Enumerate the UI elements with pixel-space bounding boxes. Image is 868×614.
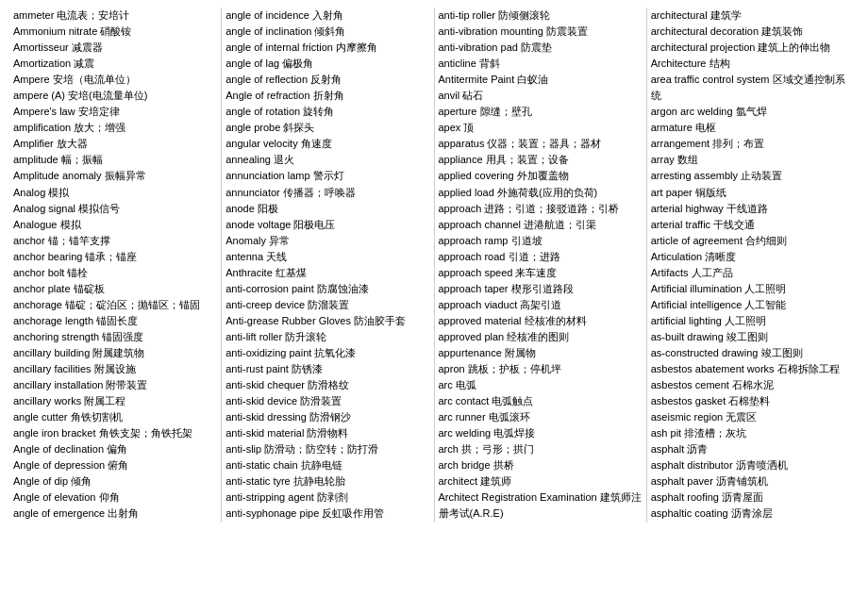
list-item: Angle of depression 俯角 <box>13 457 217 473</box>
term-chinese: 石棉拆除工程 <box>775 363 840 374</box>
list-item: ammeter 电流表；安培计 <box>13 8 217 24</box>
list-item: annunciation lamp 警示灯 <box>225 168 429 184</box>
term-chinese: 石棉垫料 <box>726 395 770 407</box>
term-english: Artificial illumination <box>651 283 743 294</box>
term-english: anti-skid dressing <box>225 411 307 423</box>
term-english: appurtenance <box>439 347 502 358</box>
term-english: Anomaly <box>225 235 266 246</box>
list-item: apex 顶 <box>439 120 643 136</box>
term-chinese: 进路；引道；接驳道路；引桥 <box>481 203 619 214</box>
term-chinese: 振幅异常 <box>102 170 146 181</box>
term-chinese: 人工照明 <box>722 315 766 326</box>
term-chinese: 背斜 <box>476 58 500 69</box>
term-chinese: 楔形引道路段 <box>509 283 574 294</box>
term-english: Analog signal <box>13 203 75 214</box>
list-item: Amplitude anomaly 振幅异常 <box>13 168 217 184</box>
term-english: art paper <box>651 187 693 198</box>
term-chinese: 旋转角 <box>300 106 334 117</box>
term-english: approach road <box>439 251 506 262</box>
list-item: Architecture 结构 <box>651 56 855 72</box>
term-english: Artifacts <box>651 267 689 278</box>
list-item: anti-creep device 防溜装置 <box>225 297 429 313</box>
list-item: Ampere 安培（电流单位） <box>13 72 217 88</box>
list-item: ancillary installation 附带装置 <box>13 377 217 393</box>
list-item: approved material 经核准的材料 <box>439 313 643 329</box>
term-chinese: 建筑师 <box>477 475 511 487</box>
term-english: asbestos abatement works <box>651 363 775 374</box>
list-item: arterial traffic 干线交通 <box>651 217 855 233</box>
term-chinese: 异常 <box>266 235 290 246</box>
term-chinese: 附属工程 <box>81 395 125 407</box>
list-item: array 数组 <box>651 152 855 168</box>
list-item: applied load 外施荷载(应用的负荷) <box>439 185 643 201</box>
term-english: Angle of depression <box>13 459 105 471</box>
term-chinese: 经核准的图则 <box>504 331 569 342</box>
list-item: Angle of declination 偏角 <box>13 441 217 457</box>
term-chinese: 外加覆盖物 <box>514 170 569 181</box>
list-item: anti-vibration mounting 防震装置 <box>439 24 643 40</box>
term-chinese: 模拟 <box>45 187 69 198</box>
term-chinese: 仰角 <box>95 491 119 503</box>
list-item: Artificial illumination 人工照明 <box>651 281 855 297</box>
term-english: arrangement <box>651 138 709 149</box>
list-item: anchor plate 锚碇板 <box>13 281 217 297</box>
list-item: area traffic control system 区域交通控制系统 <box>651 72 855 104</box>
term-chinese: 反射角 <box>308 74 342 85</box>
list-item: anti-skid device 防滑装置 <box>225 393 429 409</box>
term-chinese: 出射角 <box>105 507 139 519</box>
term-english: angle of incidence <box>225 9 309 21</box>
term-chinese: 抗静电链 <box>298 459 342 471</box>
term-chinese: 俯角 <box>105 459 128 471</box>
list-item: aseismic region 无震区 <box>651 409 855 425</box>
term-chinese: 防溜装置 <box>305 299 349 310</box>
term-english: approach speed <box>439 267 513 278</box>
term-english: Ampere's law <box>13 106 75 117</box>
list-item: as-constructed drawing 竣工图则 <box>651 345 855 361</box>
term-english: anchor bearing <box>13 251 82 262</box>
term-chinese: 防震装置 <box>543 25 588 37</box>
term-english: Architecture <box>651 58 707 69</box>
term-english: arresting assembly <box>651 170 738 181</box>
term-chinese: 石棉水泥 <box>729 379 774 390</box>
term-chinese: 引道坡 <box>509 235 542 246</box>
term-english: arterial traffic <box>651 219 710 230</box>
term-chinese: 沥青涂层 <box>728 507 773 519</box>
term-english: asphalt <box>651 443 684 455</box>
list-item: anode voltage 阳极电压 <box>225 217 429 233</box>
term-english: ampere (A) <box>13 90 65 101</box>
list-item: anchor bearing 锚承；锚座 <box>13 249 217 265</box>
term-chinese: 拱；弓形；拱门 <box>459 443 534 455</box>
list-item: Anthracite 红基煤 <box>225 265 429 281</box>
term-chinese: 竣工图则 <box>758 347 802 358</box>
term-english: Analogue <box>13 219 58 230</box>
term-chinese: 幅；振幅 <box>58 154 103 165</box>
term-english: annunciation lamp <box>225 170 309 181</box>
list-item: anti-stripping agent 防剥剂 <box>225 490 429 506</box>
list-item: arc runner 电弧滚环 <box>439 409 643 425</box>
term-chinese: 阳极 <box>255 203 278 214</box>
term-english: ancillary facilities <box>13 363 92 374</box>
list-item: anti-skid material 防滑物料 <box>225 425 429 441</box>
list-item: angle of internal friction 内摩擦角 <box>225 40 429 56</box>
list-item: Artificial intelligence 人工智能 <box>651 297 855 313</box>
list-item: ash pit 排渣槽；灰坑 <box>651 425 855 441</box>
term-chinese: 防油胶手套 <box>351 315 406 326</box>
term-english: arc welding <box>439 427 492 439</box>
term-english: as-constructed drawing <box>651 347 759 358</box>
term-chinese: 沥青铺筑机 <box>713 475 768 487</box>
term-chinese: 防腐蚀油漆 <box>314 283 369 294</box>
list-item: Ammonium nitrate 硝酸铵 <box>13 24 217 40</box>
term-chinese: 倾斜角 <box>311 25 345 37</box>
term-english: arch bridge <box>439 459 491 471</box>
list-item: argon arc welding 氩气焊 <box>651 104 855 120</box>
term-chinese: 建筑上的伸出物 <box>755 41 830 53</box>
term-chinese: 引道；进路 <box>505 251 559 262</box>
term-english: arc runner <box>439 411 486 423</box>
column-2: angle of incidence 入射角angle of inclinati… <box>222 8 434 523</box>
term-english: angle of emergence <box>13 507 105 519</box>
term-chinese: 白蚁油 <box>514 74 548 85</box>
term-chinese: 建筑装饰 <box>759 25 803 37</box>
list-item: Angle of refraction 折射角 <box>225 88 429 104</box>
list-item: anti-lift roller 防升滚轮 <box>225 329 429 345</box>
term-chinese: 防滑装置 <box>297 395 342 407</box>
